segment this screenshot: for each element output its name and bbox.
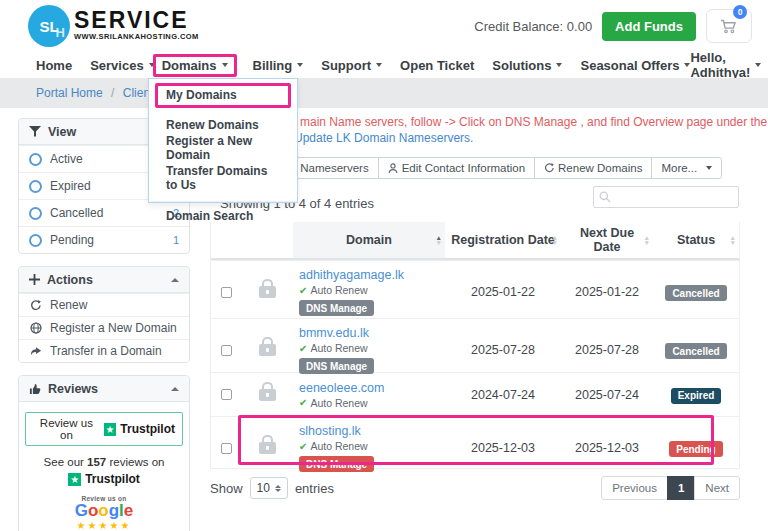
table-header-row: Domain ▲▼ Registration Date ▲▼ Next Due … xyxy=(211,222,739,260)
registration-date: 2025-01-22 xyxy=(445,285,561,299)
lock-icon xyxy=(259,286,276,298)
sort-icon: ▲▼ xyxy=(730,235,736,245)
lock-icon xyxy=(259,344,276,356)
check-icon: ✔ xyxy=(299,285,307,296)
row-checkbox[interactable] xyxy=(221,287,232,298)
actions-panel: Actions Renew Register a New Domain Tr xyxy=(18,266,190,363)
header-registration-date[interactable]: Registration Date ▲▼ xyxy=(445,222,561,258)
logo-h-text: H xyxy=(56,25,65,40)
radio-icon xyxy=(29,153,42,166)
table-row: adhithyagamage.lk ✔Auto Renew DNS Manage… xyxy=(211,260,739,318)
trustpilot-review-button[interactable]: Review us on ★ Trustpilot xyxy=(25,412,183,446)
cart-icon xyxy=(720,19,738,34)
menu-item-domain-search[interactable]: Domain Search xyxy=(149,209,297,226)
dns-manage-button[interactable]: DNS Manage xyxy=(299,300,374,316)
nav-support[interactable]: Support xyxy=(321,58,382,73)
cart-button[interactable]: 0 xyxy=(706,9,752,43)
edit-contact-button[interactable]: Edit Contact Information xyxy=(378,157,535,179)
google-stars: ★★★★★ xyxy=(25,520,183,531)
page-size-select[interactable]: 10 xyxy=(250,477,288,499)
refresh-icon xyxy=(544,163,554,173)
credit-balance: Credit Balance: 0.00 xyxy=(474,19,592,34)
trustpilot-link[interactable]: ★ Trustpilot xyxy=(25,472,183,486)
previous-page-button[interactable]: Previous xyxy=(601,476,668,500)
sort-icon: ▲▼ xyxy=(552,235,558,245)
filter-pending[interactable]: Pending 1 xyxy=(19,226,189,253)
next-due-date: 2025-12-03 xyxy=(561,441,653,455)
table-search[interactable] xyxy=(593,186,739,208)
dns-manage-button[interactable]: DNS Manage xyxy=(299,358,374,374)
nav-services[interactable]: Services xyxy=(90,58,155,73)
header-checkbox-col xyxy=(211,222,241,258)
menu-item-renew-domains[interactable]: Renew Domains xyxy=(149,117,297,134)
radio-icon xyxy=(29,180,42,193)
domain-link[interactable]: adhithyagamage.lk xyxy=(299,268,445,282)
share-arrow-icon xyxy=(29,346,42,357)
pagination: Previous 1 Next xyxy=(602,476,740,500)
domain-link[interactable]: bmmv.edu.lk xyxy=(299,326,445,340)
header-status[interactable]: Status ▲▼ xyxy=(653,222,739,258)
refresh-icon xyxy=(29,300,42,311)
page-1-button[interactable]: 1 xyxy=(667,476,695,500)
renew-domains-button[interactable]: Renew Domains xyxy=(534,157,652,179)
lock-icon xyxy=(259,442,276,454)
header-next-due-date[interactable]: Next Due Date ▲▼ xyxy=(561,222,653,258)
nav-home[interactable]: Home xyxy=(36,58,72,73)
radio-icon xyxy=(29,207,42,220)
nav-solutions[interactable]: Solutions xyxy=(492,58,562,73)
sort-icon: ▲▼ xyxy=(644,235,650,245)
more-button[interactable]: More... xyxy=(651,157,722,179)
chevron-down-icon xyxy=(222,63,228,67)
nameserver-notice-link[interactable]: Update LK Domain Nameservers. xyxy=(294,131,473,145)
search-icon xyxy=(599,191,611,203)
row-checkbox[interactable] xyxy=(221,345,232,356)
domain-link[interactable]: slhosting.lk xyxy=(299,424,445,438)
nav-user-menu[interactable]: Hello, Adhithya! xyxy=(690,50,761,80)
breadcrumb-bar: Portal Home / Client Area xyxy=(0,78,768,108)
registration-date: 2025-07-28 xyxy=(445,343,561,357)
chevron-down-icon xyxy=(297,63,303,67)
action-renew[interactable]: Renew xyxy=(19,293,189,316)
nav-seasonal-offers[interactable]: Seasonal Offers xyxy=(580,58,690,73)
nav-open-ticket[interactable]: Open Ticket xyxy=(400,58,474,73)
check-icon: ✔ xyxy=(299,441,307,452)
actions-panel-header[interactable]: Actions xyxy=(19,267,189,293)
table-row: bmmv.edu.lk ✔Auto Renew DNS Manage 2025-… xyxy=(211,318,739,372)
table-row: eeneoleee.com ✔Auto Renew 2024-07-24 202… xyxy=(211,372,739,416)
header-lock-col xyxy=(241,222,293,258)
domain-link[interactable]: eeneoleee.com xyxy=(299,381,445,395)
table-footer: Show 10 entries Previous 1 Next xyxy=(210,476,740,500)
sort-icon: ▲▼ xyxy=(436,235,442,245)
row-checkbox[interactable] xyxy=(221,443,232,454)
next-page-button[interactable]: Next xyxy=(694,476,740,500)
menu-item-my-domains[interactable]: My Domains xyxy=(155,83,291,108)
chevron-up-icon xyxy=(171,278,179,282)
action-register-domain[interactable]: Register a New Domain xyxy=(19,316,189,339)
search-input[interactable] xyxy=(615,191,725,203)
status-badge: Pending xyxy=(669,441,722,457)
menu-item-register-domain[interactable]: Register a New Domain xyxy=(149,134,297,164)
add-funds-button[interactable]: Add Funds xyxy=(602,12,696,41)
nav-billing[interactable]: Billing xyxy=(253,58,304,73)
action-transfer-domain[interactable]: Transfer in a Domain xyxy=(19,339,189,362)
logo[interactable]: SL H SERVICE WWW.SRILANKAHOSTING.COM xyxy=(28,5,199,47)
globe-icon xyxy=(29,322,42,334)
filter-icon xyxy=(29,126,41,137)
menu-item-transfer-domains[interactable]: Transfer Domains to Us xyxy=(149,164,297,194)
nameserver-notice-text: main Name servers, follow -> Click on DN… xyxy=(300,115,767,129)
next-due-date: 2025-07-28 xyxy=(561,343,653,357)
google-logo[interactable]: Google xyxy=(25,502,183,520)
check-icon: ✔ xyxy=(299,343,307,354)
domains-table: Domain ▲▼ Registration Date ▲▼ Next Due … xyxy=(210,222,740,469)
nav-domains[interactable]: Domains xyxy=(153,54,237,77)
header-domain[interactable]: Domain ▲▼ xyxy=(293,222,445,258)
chevron-down-icon xyxy=(706,166,712,170)
registration-date: 2024-07-24 xyxy=(445,388,561,402)
next-due-date: 2025-01-22 xyxy=(561,285,653,299)
top-bar: SL H SERVICE WWW.SRILANKAHOSTING.COM Cre… xyxy=(0,0,768,52)
radio-icon xyxy=(29,234,42,247)
breadcrumb-portal-home[interactable]: Portal Home xyxy=(36,86,103,100)
dns-manage-button[interactable]: DNS Manage xyxy=(299,456,374,472)
row-checkbox[interactable] xyxy=(221,389,232,400)
reviews-panel-header[interactable]: Reviews xyxy=(19,376,189,402)
